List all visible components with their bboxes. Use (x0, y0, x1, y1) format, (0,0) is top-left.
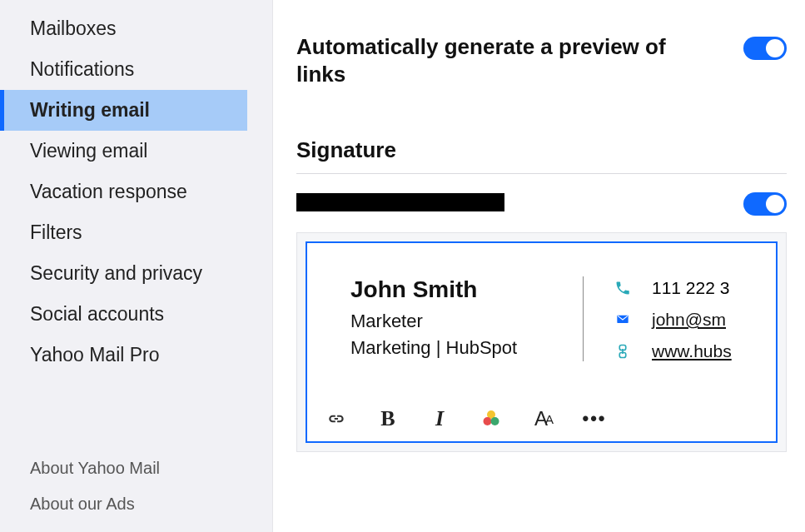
toolbar-link-button[interactable] (324, 406, 349, 431)
phone-icon (614, 279, 632, 297)
footer-link-label: About our Ads (30, 495, 135, 513)
preview-links-toggle[interactable] (743, 37, 787, 60)
sidebar-item-label: Vacation response (30, 181, 187, 202)
sidebar-item-viewing-email[interactable]: Viewing email (0, 131, 272, 172)
footer-link-label: About Yahoo Mail (30, 459, 160, 477)
signature-role: Marketer (350, 308, 553, 335)
sidebar-footer: About Yahoo Mail About our Ads (0, 450, 272, 522)
signature-editor[interactable]: John Smith Marketer Marketing | HubSpot … (306, 241, 778, 443)
toolbar-more-button[interactable]: ••• (582, 406, 607, 431)
link-icon (614, 342, 632, 360)
signature-toggle[interactable] (743, 192, 787, 216)
signature-website-row: www.hubs (614, 341, 732, 361)
setting-preview-links: Automatically generate a preview of link… (296, 33, 787, 87)
signature-website: www.hubs (652, 341, 732, 361)
signature-phone-row: 111 222 3 (614, 278, 732, 298)
email-icon (614, 311, 632, 329)
sidebar-item-label: Yahoo Mail Pro (30, 344, 160, 365)
signature-content[interactable]: John Smith Marketer Marketing | HubSpot … (307, 243, 776, 395)
svg-point-5 (484, 417, 492, 425)
sidebar-item-label: Notifications (30, 58, 134, 80)
toolbar-color-button[interactable] (479, 406, 504, 431)
signature-phone: 111 222 3 (652, 278, 729, 298)
toolbar-fontsize-button[interactable]: AA (530, 406, 555, 431)
sidebar-item-label: Social accounts (30, 303, 164, 325)
settings-sidebar: Mailboxes Notifications Writing email Vi… (0, 0, 273, 532)
signature-email-row: john@sm (614, 310, 732, 330)
signature-left-column: John Smith Marketer Marketing | HubSpot (350, 276, 584, 361)
footer-link-about-our-ads[interactable]: About our Ads (30, 486, 272, 522)
signature-department: Marketing | HubSpot (350, 335, 553, 361)
footer-link-about-yahoo-mail[interactable]: About Yahoo Mail (30, 450, 272, 486)
signature-email: john@sm (652, 310, 726, 330)
setting-title: Automatically generate a preview of link… (296, 33, 718, 87)
sidebar-item-label: Viewing email (30, 140, 147, 162)
sidebar-item-label: Security and privacy (30, 262, 202, 284)
sidebar-item-security-privacy[interactable]: Security and privacy (0, 253, 272, 294)
signature-toolbar: B I AA ••• (307, 395, 776, 441)
sidebar-item-mailboxes[interactable]: Mailboxes (0, 8, 272, 49)
account-email-redacted (296, 193, 504, 211)
sidebar-item-label: Writing email (30, 99, 150, 121)
sidebar-item-social-accounts[interactable]: Social accounts (0, 294, 272, 335)
signature-right-column: 111 222 3 john@sm www.hubs (584, 276, 732, 361)
sidebar-item-label: Mailboxes (30, 17, 117, 39)
sidebar-item-yahoo-mail-pro[interactable]: Yahoo Mail Pro (0, 335, 272, 375)
signature-section-title: Signature (296, 137, 787, 163)
svg-point-6 (491, 417, 499, 425)
sidebar-item-writing-email[interactable]: Writing email (0, 90, 247, 131)
sidebar-item-label: Filters (30, 221, 82, 243)
settings-panel: Automatically generate a preview of link… (273, 0, 805, 532)
sidebar-item-filters[interactable]: Filters (0, 212, 272, 253)
sidebar-item-notifications[interactable]: Notifications (0, 49, 272, 90)
signature-name: John Smith (350, 276, 553, 303)
sidebar-item-vacation-response[interactable]: Vacation response (0, 172, 272, 212)
signature-editor-area: John Smith Marketer Marketing | HubSpot … (296, 232, 787, 452)
toolbar-italic-button[interactable]: I (427, 406, 452, 431)
signature-account-row (296, 189, 787, 216)
section-divider (296, 173, 787, 174)
sidebar-items: Mailboxes Notifications Writing email Vi… (0, 8, 272, 375)
toolbar-bold-button[interactable]: B (375, 406, 400, 431)
